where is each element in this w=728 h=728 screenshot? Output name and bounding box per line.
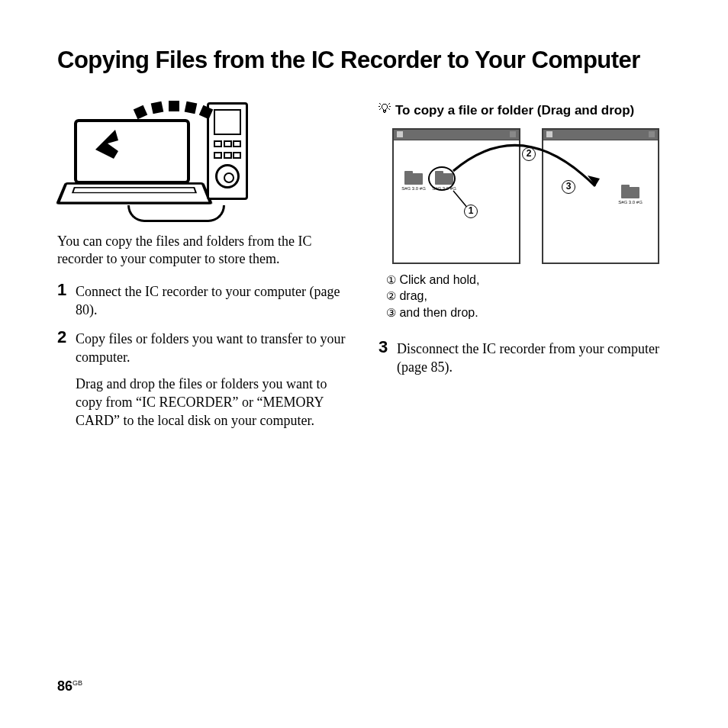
legend-text-3: and then drop. (396, 306, 478, 319)
callout-2: 2 (522, 147, 536, 161)
tip-icon: 💡︎ (378, 102, 391, 116)
content-columns: You can copy the files and folders from … (57, 102, 671, 441)
tip-heading: 💡︎ To copy a file or folder (Drag and dr… (378, 102, 671, 119)
drag-drop-legend: ① Click and hold, ② drag, ③ and then dro… (386, 272, 671, 321)
laptop-recorder-illustration (65, 102, 252, 221)
tip-title: To copy a file or folder (Drag and drop) (395, 102, 634, 119)
step-2: 2 Copy files or folders you want to tran… (57, 330, 350, 430)
right-column: 💡︎ To copy a file or folder (Drag and dr… (378, 102, 671, 441)
callout-3: 3 (562, 180, 575, 194)
step-text: Copy files or folders you want to transf… (76, 330, 350, 367)
drag-drop-illustration: S#G 3.0 #G S#G 3.0 #G S#G 3.0 #G 1 2 3 (392, 128, 659, 264)
left-column: You can copy the files and folders from … (57, 102, 350, 441)
callout-1: 1 (464, 205, 478, 218)
step-number: 2 (57, 327, 66, 347)
step-number: 3 (378, 337, 388, 357)
legend-text-1: Click and hold, (396, 273, 479, 286)
legend-text-2: drag, (396, 289, 427, 302)
page-number-value: 86 (57, 678, 72, 694)
step-text: Disconnect the IC recorder from your com… (397, 340, 671, 377)
step-3: 3 Disconnect the IC recorder from your c… (378, 340, 671, 377)
arrow-icon (92, 128, 126, 162)
step-text: Connect the IC recorder to your computer… (76, 282, 350, 320)
step-number: 1 (57, 280, 66, 300)
step-1: 1 Connect the IC recorder to your comput… (57, 282, 350, 320)
legend-num-3: ③ (386, 305, 396, 321)
step-text-detail: Drag and drop the files or folders you w… (76, 375, 350, 430)
intro-text: You can copy the files and folders from … (57, 233, 350, 269)
page-title: Copying Files from the IC Recorder to Yo… (57, 46, 671, 76)
page-region: GB (72, 679, 82, 687)
legend-num-1: ① (386, 272, 396, 288)
legend-num-2: ② (386, 288, 396, 304)
page-number: 86GB (57, 678, 82, 694)
svg-marker-0 (95, 130, 118, 159)
